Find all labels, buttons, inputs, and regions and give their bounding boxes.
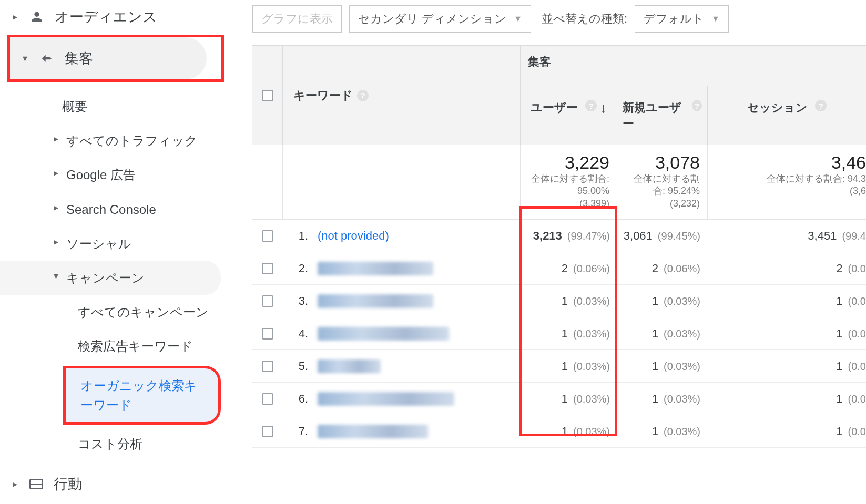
metric-value: 1: [652, 359, 658, 373]
column-new-users[interactable]: 新規ユーザー ?: [617, 86, 708, 145]
metric-percent: (0.0: [848, 361, 866, 373]
metric-value: 1: [836, 359, 842, 373]
sidebar-item-all-campaigns[interactable]: すべてのキャンペーン: [0, 295, 231, 329]
summary-session-sub2: (3,6: [713, 185, 866, 197]
redacted-keyword: [318, 327, 449, 341]
sidebar-item-campaign[interactable]: キャンペーン: [0, 261, 221, 295]
summary-new-sub1: 全体に対する割合: 95.24%: [623, 173, 700, 198]
plot-rows-label: グラフに表示: [261, 11, 333, 27]
metric-percent: (0.03%): [664, 328, 700, 340]
sidebar-item-acquisition[interactable]: ▾ 集客: [10, 37, 207, 79]
metric-value: 1: [836, 327, 842, 341]
metric-value: 3,061: [624, 229, 653, 243]
redacted-keyword: [318, 359, 381, 373]
row-number: 5.: [293, 359, 308, 373]
row-checkbox[interactable]: [262, 393, 273, 405]
row-checkbox[interactable]: [262, 328, 273, 340]
keyword-cell: 1.(not provided): [283, 229, 521, 243]
metric-users: 2(0.06%): [521, 262, 617, 275]
metric-new: 1(0.03%): [617, 425, 708, 438]
metric-new: 2(0.06%): [617, 262, 708, 275]
metric-users: 1(0.03%): [521, 327, 617, 341]
summary-session-sub1: 全体に対する割合: 94.3: [713, 173, 866, 185]
row-checkbox[interactable]: [262, 426, 273, 437]
select-all-checkbox[interactable]: [262, 90, 273, 101]
column-sessions[interactable]: セッション ?: [708, 86, 866, 145]
sidebar-item-paid-keywords[interactable]: 検索広告キーワード: [0, 329, 231, 363]
metric-new: 1(0.03%): [617, 359, 708, 373]
metric-percent: (0.03%): [573, 328, 610, 340]
acquisition-subnav: 概要 すべてのトラフィック Google 広告 Search Console ソ…: [0, 82, 231, 461]
summary-users-sub2: (3,399): [526, 198, 609, 210]
sidebar-item-audience[interactable]: ▸ オーディエンス: [0, 3, 231, 35]
info-icon[interactable]: ?: [357, 90, 369, 101]
column-users[interactable]: ユーザー ? ↓: [521, 86, 617, 145]
metric-value: 1: [836, 294, 842, 308]
metric-percent: (99.4: [842, 230, 866, 242]
table-row: 7.1(0.03%)1(0.03%)1(0.0: [252, 415, 866, 448]
redacted-keyword: [318, 392, 454, 406]
row-checkbox[interactable]: [262, 230, 273, 242]
metric-percent: (99.47%): [567, 230, 610, 242]
sidebar-item-all-traffic[interactable]: すべてのトラフィック: [0, 124, 231, 158]
behavior-icon: [29, 479, 43, 489]
sidebar-acquisition-label: 集客: [65, 49, 93, 68]
sidebar-item-search-console[interactable]: Search Console: [0, 192, 231, 227]
sidebar-item-cost-analysis[interactable]: コスト分析: [0, 427, 231, 461]
metric-session: 1(0.0: [708, 392, 866, 406]
info-icon[interactable]: ?: [692, 100, 702, 111]
sort-default-label: デフォルト: [644, 11, 704, 27]
metric-percent: (0.03%): [573, 361, 610, 373]
metric-percent: (0.0: [848, 393, 866, 405]
table-body: 1.(not provided)3,213(99.47%)3,061(99.45…: [252, 220, 866, 448]
metric-users: 1(0.03%): [521, 359, 617, 373]
sidebar: ▸ オーディエンス ▾ 集客 概要 すべてのトラフィック Google 広告 S…: [0, 0, 231, 504]
keyword-cell: 4.: [283, 327, 521, 341]
chevron-right-icon: ▸: [13, 478, 19, 490]
metric-percent: (0.0: [848, 426, 866, 438]
metric-value: 1: [562, 327, 568, 341]
summary-new-value: 3,078: [623, 152, 700, 173]
metric-percent: (0.03%): [664, 393, 700, 405]
row-number: 1.: [293, 229, 308, 243]
metric-percent: (99.45%): [658, 230, 700, 242]
table-row: 2.2(0.06%)2(0.06%)2(0.0: [252, 252, 866, 285]
metric-value: 1: [652, 392, 658, 406]
keyword-cell: 6.: [283, 392, 521, 406]
chevron-down-icon: ▼: [711, 14, 720, 24]
table-row: 1.(not provided)3,213(99.47%)3,061(99.45…: [252, 220, 866, 252]
metric-value: 1: [652, 294, 658, 308]
sidebar-item-overview[interactable]: 概要: [0, 89, 231, 124]
redacted-keyword: [318, 294, 433, 308]
metric-new: 3,061(99.45%): [617, 229, 708, 243]
sidebar-item-social[interactable]: ソーシャル: [0, 227, 231, 261]
row-checkbox[interactable]: [262, 295, 273, 307]
table-row: 6.1(0.03%)1(0.03%)1(0.0: [252, 383, 866, 415]
metric-percent: (0.06%): [664, 263, 700, 275]
row-checkbox[interactable]: [262, 263, 273, 274]
column-keyword[interactable]: キーワード ?: [283, 46, 521, 145]
redacted-keyword: [318, 262, 433, 275]
summary-sessions: 3,46 全体に対する割合: 94.3 (3,6: [708, 145, 866, 219]
sidebar-item-behavior[interactable]: ▸ 行動: [0, 461, 231, 499]
row-checkbox[interactable]: [262, 361, 273, 372]
metric-session: 1(0.0: [708, 327, 866, 341]
sort-type-label: 並べ替えの種類:: [542, 11, 627, 27]
metric-value: 1: [562, 425, 568, 438]
metric-value: 1: [652, 425, 658, 438]
keyword-link[interactable]: (not provided): [318, 229, 389, 243]
metric-value: 1: [562, 359, 568, 373]
plot-rows-button[interactable]: グラフに表示: [252, 5, 342, 33]
group-header-label: 集客: [521, 46, 866, 86]
info-icon[interactable]: ?: [815, 100, 827, 111]
summary-new-sub2: (3,232): [623, 198, 700, 210]
metric-percent: (0.03%): [664, 426, 700, 438]
secondary-dimension-dropdown[interactable]: セカンダリ ディメンション ▼: [349, 5, 531, 33]
info-icon[interactable]: ?: [585, 100, 597, 111]
keyword-header-label: キーワード: [293, 88, 353, 104]
sort-type-dropdown[interactable]: デフォルト ▼: [635, 5, 729, 33]
metric-session: 3,451(99.4: [708, 229, 866, 243]
acquisition-icon: [39, 51, 54, 66]
sidebar-item-organic-keywords[interactable]: オーガニック検索キーワード: [63, 366, 221, 425]
sidebar-item-google-ads[interactable]: Google 広告: [0, 158, 231, 192]
